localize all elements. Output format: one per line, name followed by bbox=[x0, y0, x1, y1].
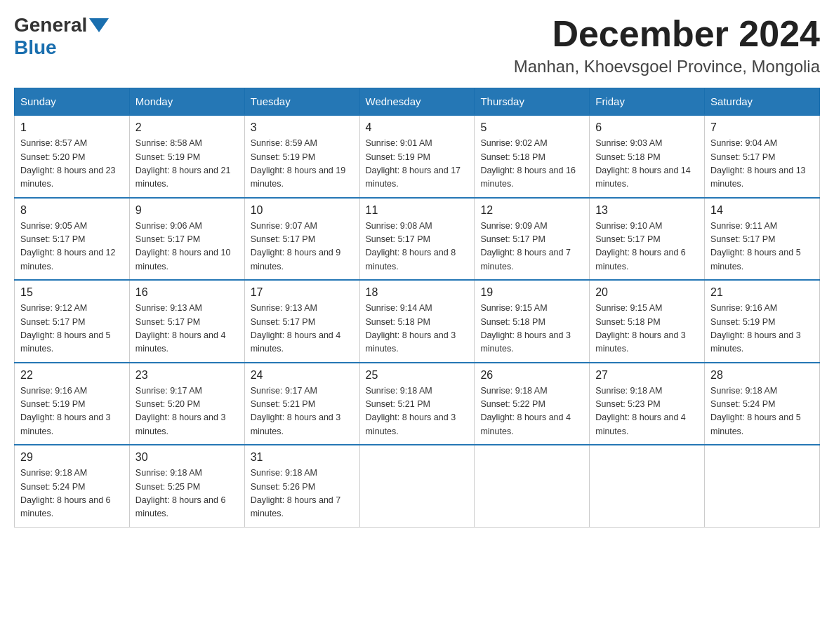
week-row-3: 15Sunrise: 9:12 AMSunset: 5:17 PMDayligh… bbox=[15, 280, 820, 363]
day-number: 6 bbox=[595, 121, 699, 134]
day-info: Sunrise: 9:02 AMSunset: 5:18 PMDaylight:… bbox=[480, 137, 583, 192]
calendar-table: Sunday Monday Tuesday Wednesday Thursday… bbox=[14, 88, 820, 528]
day-number: 31 bbox=[251, 451, 354, 464]
col-saturday: Saturday bbox=[705, 88, 820, 116]
day-number: 24 bbox=[251, 369, 354, 382]
day-info: Sunrise: 9:01 AMSunset: 5:19 PMDaylight:… bbox=[366, 137, 469, 192]
day-number: 4 bbox=[366, 121, 469, 134]
day-number: 16 bbox=[135, 286, 239, 299]
day-number: 17 bbox=[251, 286, 354, 299]
day-number: 27 bbox=[595, 369, 699, 382]
calendar-cell: 28Sunrise: 9:18 AMSunset: 5:24 PMDayligh… bbox=[705, 363, 820, 445]
day-info: Sunrise: 9:07 AMSunset: 5:17 PMDaylight:… bbox=[251, 220, 354, 274]
day-info: Sunrise: 9:05 AMSunset: 5:17 PMDaylight:… bbox=[20, 220, 124, 274]
calendar-cell: 20Sunrise: 9:15 AMSunset: 5:18 PMDayligh… bbox=[590, 280, 705, 363]
day-info: Sunrise: 8:59 AMSunset: 5:19 PMDaylight:… bbox=[251, 137, 354, 192]
day-info: Sunrise: 9:09 AMSunset: 5:17 PMDaylight:… bbox=[480, 220, 583, 274]
day-info: Sunrise: 9:15 AMSunset: 5:18 PMDaylight:… bbox=[480, 302, 583, 356]
calendar-cell: 18Sunrise: 9:14 AMSunset: 5:18 PMDayligh… bbox=[359, 280, 475, 363]
day-info: Sunrise: 9:18 AMSunset: 5:23 PMDaylight:… bbox=[595, 384, 699, 439]
calendar-cell: 24Sunrise: 9:17 AMSunset: 5:21 PMDayligh… bbox=[244, 363, 359, 445]
logo: General Blue bbox=[14, 14, 111, 59]
col-monday: Monday bbox=[129, 88, 244, 116]
calendar-cell: 3Sunrise: 8:59 AMSunset: 5:19 PMDaylight… bbox=[244, 115, 359, 198]
day-info: Sunrise: 9:18 AMSunset: 5:21 PMDaylight:… bbox=[366, 384, 469, 439]
calendar-cell: 8Sunrise: 9:05 AMSunset: 5:17 PMDaylight… bbox=[15, 198, 130, 281]
day-number: 25 bbox=[366, 369, 469, 382]
day-number: 18 bbox=[366, 286, 469, 299]
calendar-cell: 21Sunrise: 9:16 AMSunset: 5:19 PMDayligh… bbox=[705, 280, 820, 363]
calendar-cell: 19Sunrise: 9:15 AMSunset: 5:18 PMDayligh… bbox=[475, 280, 590, 363]
day-number: 19 bbox=[480, 286, 583, 299]
day-info: Sunrise: 9:11 AMSunset: 5:17 PMDaylight:… bbox=[710, 220, 814, 274]
day-number: 14 bbox=[710, 204, 814, 217]
calendar-cell: 26Sunrise: 9:18 AMSunset: 5:22 PMDayligh… bbox=[475, 363, 590, 445]
calendar-cell: 6Sunrise: 9:03 AMSunset: 5:18 PMDaylight… bbox=[590, 115, 705, 198]
calendar-cell: 27Sunrise: 9:18 AMSunset: 5:23 PMDayligh… bbox=[590, 363, 705, 445]
day-number: 12 bbox=[480, 204, 583, 217]
week-row-2: 8Sunrise: 9:05 AMSunset: 5:17 PMDaylight… bbox=[15, 198, 820, 281]
col-sunday: Sunday bbox=[15, 88, 130, 116]
day-number: 1 bbox=[20, 121, 124, 134]
day-info: Sunrise: 9:16 AMSunset: 5:19 PMDaylight:… bbox=[20, 384, 124, 439]
calendar-cell bbox=[475, 445, 590, 527]
calendar-cell: 11Sunrise: 9:08 AMSunset: 5:17 PMDayligh… bbox=[359, 198, 475, 281]
day-info: Sunrise: 9:17 AMSunset: 5:21 PMDaylight:… bbox=[251, 384, 354, 439]
day-number: 2 bbox=[135, 121, 239, 134]
calendar-cell: 10Sunrise: 9:07 AMSunset: 5:17 PMDayligh… bbox=[244, 198, 359, 281]
month-title: December 2024 bbox=[514, 14, 820, 54]
day-info: Sunrise: 8:58 AMSunset: 5:19 PMDaylight:… bbox=[135, 137, 239, 192]
day-number: 20 bbox=[595, 286, 699, 299]
location-title: Manhan, Khoevsgoel Province, Mongolia bbox=[514, 57, 820, 76]
day-info: Sunrise: 8:57 AMSunset: 5:20 PMDaylight:… bbox=[20, 137, 124, 192]
day-info: Sunrise: 9:18 AMSunset: 5:22 PMDaylight:… bbox=[480, 384, 583, 439]
calendar-cell: 7Sunrise: 9:04 AMSunset: 5:17 PMDaylight… bbox=[705, 115, 820, 198]
day-info: Sunrise: 9:18 AMSunset: 5:24 PMDaylight:… bbox=[20, 467, 124, 521]
col-friday: Friday bbox=[590, 88, 705, 116]
day-number: 26 bbox=[480, 369, 583, 382]
week-row-1: 1Sunrise: 8:57 AMSunset: 5:20 PMDaylight… bbox=[15, 115, 820, 198]
calendar-cell bbox=[359, 445, 475, 527]
day-number: 3 bbox=[251, 121, 354, 134]
calendar-cell: 25Sunrise: 9:18 AMSunset: 5:21 PMDayligh… bbox=[359, 363, 475, 445]
day-number: 11 bbox=[366, 204, 469, 217]
page-header: General Blue December 2024 Manhan, Khoev… bbox=[14, 14, 820, 76]
col-thursday: Thursday bbox=[475, 88, 590, 116]
logo-general-text: General bbox=[14, 14, 87, 36]
calendar-cell: 4Sunrise: 9:01 AMSunset: 5:19 PMDaylight… bbox=[359, 115, 475, 198]
day-number: 10 bbox=[251, 204, 354, 217]
day-info: Sunrise: 9:18 AMSunset: 5:25 PMDaylight:… bbox=[135, 467, 239, 521]
calendar-cell: 2Sunrise: 8:58 AMSunset: 5:19 PMDaylight… bbox=[129, 115, 244, 198]
title-area: December 2024 Manhan, Khoevsgoel Provinc… bbox=[514, 14, 820, 76]
day-number: 7 bbox=[710, 121, 814, 134]
calendar-cell: 12Sunrise: 9:09 AMSunset: 5:17 PMDayligh… bbox=[475, 198, 590, 281]
day-info: Sunrise: 9:10 AMSunset: 5:17 PMDaylight:… bbox=[595, 220, 699, 274]
calendar-cell: 1Sunrise: 8:57 AMSunset: 5:20 PMDaylight… bbox=[15, 115, 130, 198]
day-number: 22 bbox=[20, 369, 124, 382]
calendar-cell: 22Sunrise: 9:16 AMSunset: 5:19 PMDayligh… bbox=[15, 363, 130, 445]
calendar-cell: 14Sunrise: 9:11 AMSunset: 5:17 PMDayligh… bbox=[705, 198, 820, 281]
calendar-cell: 16Sunrise: 9:13 AMSunset: 5:17 PMDayligh… bbox=[129, 280, 244, 363]
day-number: 13 bbox=[595, 204, 699, 217]
day-number: 28 bbox=[710, 369, 814, 382]
day-number: 30 bbox=[135, 451, 239, 464]
day-number: 29 bbox=[20, 451, 124, 464]
day-info: Sunrise: 9:08 AMSunset: 5:17 PMDaylight:… bbox=[366, 220, 469, 274]
day-info: Sunrise: 9:04 AMSunset: 5:17 PMDaylight:… bbox=[710, 137, 814, 192]
col-tuesday: Tuesday bbox=[244, 88, 359, 116]
calendar-cell: 31Sunrise: 9:18 AMSunset: 5:26 PMDayligh… bbox=[244, 445, 359, 527]
calendar-cell bbox=[705, 445, 820, 527]
day-number: 8 bbox=[20, 204, 124, 217]
calendar-cell: 17Sunrise: 9:13 AMSunset: 5:17 PMDayligh… bbox=[244, 280, 359, 363]
day-number: 15 bbox=[20, 286, 124, 299]
calendar-cell: 29Sunrise: 9:18 AMSunset: 5:24 PMDayligh… bbox=[15, 445, 130, 527]
day-number: 23 bbox=[135, 369, 239, 382]
day-number: 21 bbox=[710, 286, 814, 299]
week-row-4: 22Sunrise: 9:16 AMSunset: 5:19 PMDayligh… bbox=[15, 363, 820, 445]
day-info: Sunrise: 9:13 AMSunset: 5:17 PMDaylight:… bbox=[251, 302, 354, 356]
week-row-5: 29Sunrise: 9:18 AMSunset: 5:24 PMDayligh… bbox=[15, 445, 820, 527]
calendar-cell: 5Sunrise: 9:02 AMSunset: 5:18 PMDaylight… bbox=[475, 115, 590, 198]
calendar-header-row: Sunday Monday Tuesday Wednesday Thursday… bbox=[15, 88, 820, 116]
col-wednesday: Wednesday bbox=[359, 88, 475, 116]
day-info: Sunrise: 9:15 AMSunset: 5:18 PMDaylight:… bbox=[595, 302, 699, 356]
